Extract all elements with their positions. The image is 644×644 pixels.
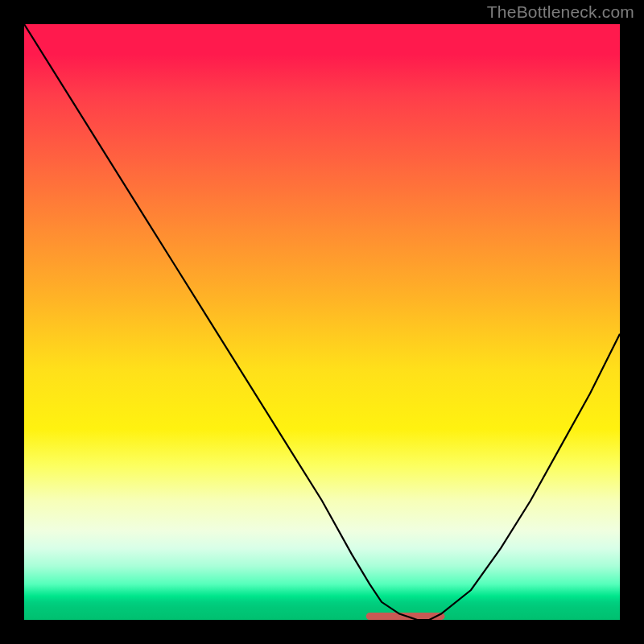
plot-area [24, 24, 620, 620]
chart-frame: TheBottleneck.com [0, 0, 644, 644]
watermark-text: TheBottleneck.com [487, 2, 634, 22]
bottleneck-curve [24, 24, 620, 620]
chart-svg [24, 24, 620, 620]
